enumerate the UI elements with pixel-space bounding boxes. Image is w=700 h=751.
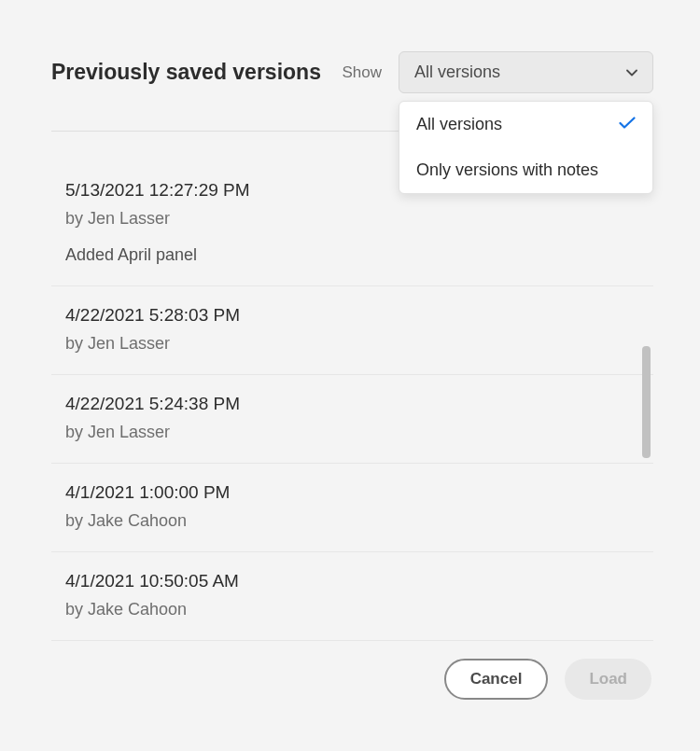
version-timestamp: 4/22/2021 5:24:38 PM [65,394,653,414]
cancel-button[interactable]: Cancel [444,659,549,700]
version-author: by Jake Cahoon [65,600,653,619]
version-author: by Jen Lasser [65,334,653,354]
version-item[interactable]: 4/22/2021 5:24:38 PM by Jen Lasser [51,375,653,464]
versions-list: 5/13/2021 12:27:29 PM by Jen Lasser Adde… [51,131,653,641]
dropdown-selected-label: All versions [414,63,500,82]
version-note: Added April panel [65,245,653,265]
dropdown-option-label: Only versions with notes [416,160,598,180]
scrollbar-thumb[interactable] [642,346,651,458]
version-item[interactable]: 4/1/2021 1:00:00 PM by Jake Cahoon [51,464,653,552]
version-timestamp: 4/1/2021 1:00:00 PM [65,482,653,503]
version-timestamp: 4/22/2021 5:28:03 PM [65,305,653,326]
version-author: by Jen Lasser [65,209,653,229]
scrollbar[interactable] [642,346,651,593]
version-filter-dropdown[interactable]: All versions [399,51,653,93]
version-author: by Jake Cahoon [65,511,653,531]
section-title: Previously saved versions [51,60,321,85]
version-timestamp: 4/1/2021 10:50:05 AM [65,571,653,591]
dropdown-option-all-versions[interactable]: All versions [399,102,652,147]
version-item[interactable]: 4/1/2021 10:50:05 AM by Jake Cahoon [51,552,653,641]
version-author: by Jen Lasser [65,423,653,442]
chevron-down-icon [626,67,637,78]
dropdown-option-label: All versions [416,115,502,134]
dropdown-menu: All versions Only versions with notes [399,101,653,194]
show-label: Show [342,63,382,82]
version-item[interactable]: 4/22/2021 5:28:03 PM by Jen Lasser [51,286,653,375]
dropdown-option-only-with-notes[interactable]: Only versions with notes [399,147,652,193]
load-button: Load [565,659,651,700]
check-icon [619,115,636,134]
